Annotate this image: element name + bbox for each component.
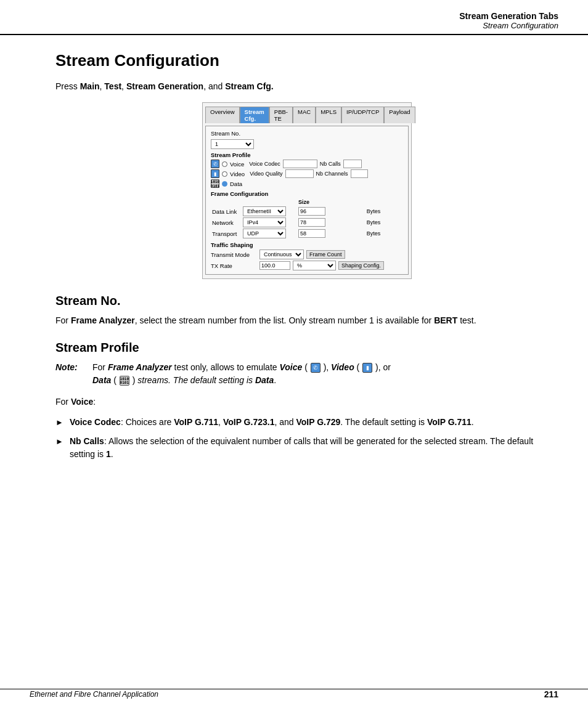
network-row: Network IPv4 Bytes [211, 217, 403, 228]
transport-select[interactable]: UDP [243, 229, 286, 238]
bold-stream-cfg: Stream Cfg. [225, 81, 274, 91]
main-heading: Stream Configuration [55, 51, 558, 70]
transmit-mode-label: Transmit Mode [211, 251, 257, 258]
shaping-config-button[interactable]: Shaping Config. [338, 261, 384, 270]
tab-mpls[interactable]: MPLS [316, 107, 341, 123]
note-data-bold: Data [255, 375, 274, 385]
stream-no-value-row: 1 [211, 139, 403, 149]
bullet-arrow-2: ► [55, 436, 63, 461]
voice-icon: ✆ [211, 160, 219, 168]
voice-row: ✆ Voice Voice Codec Nb Calls [211, 160, 403, 168]
voip-g711: VoIP G.711 [174, 417, 218, 427]
page-header: Stream Generation Tabs Stream Configurat… [0, 0, 588, 35]
bert-bold: BERT [434, 315, 457, 325]
transmit-mode-select[interactable]: Continuous [259, 249, 304, 259]
frame-analyzer-bold-1: Frame Analyzer [71, 315, 135, 325]
main-content: Stream Configuration Press Main, Test, S… [0, 36, 588, 498]
nb-calls-bullet-text: Nb Calls: Allows the selection of the eq… [70, 435, 558, 461]
bold-stream-gen: Stream Generation [126, 81, 203, 91]
video-row: ▮ Video Video Quality Nb Channels [211, 169, 403, 178]
tab-stream-cfg[interactable]: StreamCfg. [240, 107, 269, 123]
data-link-size-input[interactable] [298, 207, 325, 216]
voip-g7231: VoIP G.723.1 [223, 417, 275, 427]
frame-analyzer-italic: Frame Analyzer [108, 362, 172, 372]
network-bytes: Bytes [365, 217, 403, 228]
nb-calls-label: Nb Calls [320, 161, 341, 167]
voice-bullet-list: ► Voice Codec: Choices are VoIP G.711, V… [55, 416, 558, 461]
tab-pbb-te[interactable]: PBB-TE [269, 107, 293, 123]
header-title: Stream Generation Tabs [30, 11, 558, 21]
voice-radio[interactable] [222, 161, 227, 167]
traffic-shaping-label: Traffic Shaping [211, 241, 403, 248]
network-size-input[interactable] [298, 218, 325, 227]
video-label: Video [230, 171, 245, 177]
stream-no-select[interactable]: 1 [211, 139, 254, 149]
tx-rate-input[interactable] [259, 261, 290, 270]
voice-label: Voice [230, 161, 244, 168]
video-quality-label: Video Quality [250, 171, 282, 177]
data-label: Data [230, 181, 242, 187]
nb-channels-label: Nb Channels [316, 171, 348, 177]
page-footer: Ethernet and Fibre Channel Application 2… [0, 689, 588, 699]
frame-config-table: Size Data Link EthernetII Bytes Network [211, 198, 403, 239]
bold-main: Main [80, 81, 100, 91]
frame-config-label: Frame Configuration [211, 190, 403, 197]
tx-rate-row: TX Rate % Shaping Config. [211, 261, 403, 270]
network-select[interactable]: IPv4 [243, 217, 286, 227]
video-inline-icon: ▮ [362, 363, 372, 373]
network-label: Network [211, 217, 242, 228]
voice-codec-bullet: ► Voice Codec: Choices are VoIP G.711, V… [55, 416, 558, 429]
tab-mac[interactable]: MAC [293, 107, 316, 123]
nb-calls-bullet: ► Nb Calls: Allows the selection of the … [55, 435, 558, 461]
intro-paragraph: Press Main, Test, Stream Generation, and… [55, 81, 558, 91]
data-italic: Data [92, 375, 111, 385]
voice-bold: Voice [71, 397, 93, 407]
voice-codec-term: Voice Codec [70, 417, 121, 427]
transport-label: Transport [211, 228, 242, 239]
data-icon: 10100101 [211, 179, 219, 188]
screenshot-tabs: Overview StreamCfg. PBB-TE MAC MPLS IP/U… [205, 107, 409, 123]
transport-bytes: Bytes [365, 228, 403, 239]
data-row: 10100101 Data [211, 179, 403, 188]
video-radio[interactable] [222, 171, 227, 177]
footer-left-text: Ethernet and Fibre Channel Application [30, 690, 158, 699]
stream-profile-heading: Stream Profile [55, 341, 558, 355]
voice-codec-input[interactable] [283, 160, 317, 168]
transport-row: Transport UDP Bytes [211, 228, 403, 239]
note-block: Note: For Frame Analyzer test only, allo… [55, 361, 558, 387]
nb-channels-input[interactable] [351, 169, 368, 178]
bullet-arrow-1: ► [55, 416, 63, 429]
video-quality-input[interactable] [285, 169, 314, 178]
tx-rate-unit-select[interactable]: % [293, 261, 336, 270]
data-link-label: Data Link [211, 206, 242, 217]
note-text: For Frame Analyzer test only, allows to … [92, 361, 391, 387]
tab-overview[interactable]: Overview [205, 107, 240, 123]
nb-calls-input[interactable] [343, 160, 362, 168]
tab-payload[interactable]: Payload [384, 107, 415, 123]
data-link-bytes: Bytes [365, 206, 403, 217]
for-voice-label: For Voice: [55, 396, 558, 408]
data-radio[interactable] [222, 181, 227, 187]
note-label: Note: [55, 361, 88, 387]
transport-size-input[interactable] [298, 229, 325, 238]
note-streams-text: streams. The default setting is [137, 375, 253, 385]
frame-count-button[interactable]: Frame Count [306, 250, 345, 259]
nb-calls-term: Nb Calls [70, 436, 104, 446]
tab-ip-udp-tcp[interactable]: IP/UDP/TCP [341, 107, 384, 123]
tx-rate-label: TX Rate [211, 262, 257, 269]
screenshot-mockup: Overview StreamCfg. PBB-TE MAC MPLS IP/U… [202, 102, 412, 279]
voice-codec-label: Voice Codec [249, 161, 280, 167]
voice-italic: Voice [279, 362, 302, 372]
data-link-row: Data Link EthernetII Bytes [211, 206, 403, 217]
data-inline-icon: 10100101 [120, 376, 129, 386]
video-icon: ▮ [211, 169, 219, 178]
stream-no-body: For Frame Analyzer, select the stream nu… [55, 314, 558, 327]
voip-g711-default: VoIP G.711 [427, 417, 472, 427]
screenshot-body: Stream No. 1 Stream Profile ✆ Voice Voic… [205, 126, 409, 275]
stream-no-label: Stream No. [211, 130, 245, 137]
size-col-header: Size [297, 198, 365, 206]
bold-test: Test [104, 81, 121, 91]
nb-calls-default: 1 [106, 449, 111, 459]
data-link-select[interactable]: EthernetII [243, 206, 286, 216]
footer-page-number: 211 [544, 689, 558, 699]
